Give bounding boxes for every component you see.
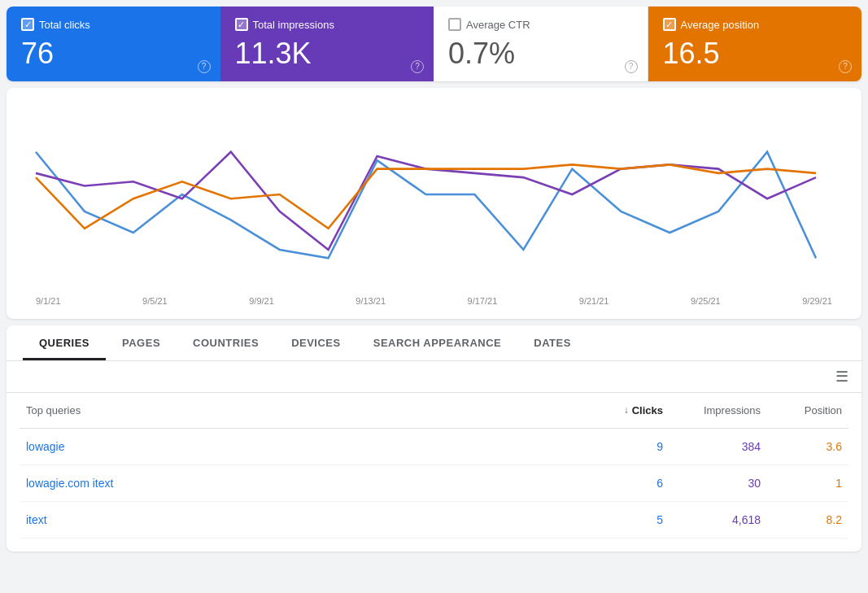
x-label-5: 9/21/21 (579, 296, 609, 306)
row-query-1[interactable]: lowagie.com itext (26, 477, 565, 490)
header-query: Top queries (26, 404, 565, 416)
impressions-label: Total impressions (253, 19, 334, 31)
clicks-label: Total clicks (39, 19, 90, 31)
purple-line (36, 151, 816, 249)
impressions-value: 11.3K (235, 37, 420, 70)
position-checkbox[interactable] (663, 18, 676, 31)
filter-bar: ☰ (7, 361, 861, 393)
header-clicks[interactable]: ↓ Clicks (565, 404, 663, 416)
header-position[interactable]: Position (761, 404, 842, 416)
clicks-checkbox[interactable] (21, 18, 34, 31)
row-position-0: 3.6 (761, 440, 842, 453)
x-label-3: 9/13/21 (355, 296, 386, 306)
x-label-1: 9/5/21 (142, 296, 168, 306)
position-help-icon[interactable]: ? (839, 60, 852, 73)
metric-average-position[interactable]: Average position 16.5 ? (648, 7, 862, 81)
ctr-checkbox[interactable] (448, 18, 461, 31)
position-label: Average position (681, 19, 760, 31)
sort-arrow-icon: ↓ (624, 404, 629, 416)
metrics-bar: Total clicks 76 ? Total impressions 11.3… (7, 7, 861, 81)
x-label-0: 9/1/21 (36, 296, 61, 306)
header-impressions[interactable]: Impressions (663, 404, 761, 416)
table-row: lowagie.com itext 6 30 1 (20, 465, 848, 502)
ctr-value: 0.7% (448, 37, 633, 70)
clicks-help-icon[interactable]: ? (198, 60, 211, 73)
x-label-7: 9/29/21 (802, 296, 832, 306)
metric-total-impressions[interactable]: Total impressions 11.3K ? (220, 7, 434, 81)
tab-queries[interactable]: QUERIES (23, 325, 106, 360)
metric-clicks-label-row: Total clicks (21, 18, 206, 31)
row-impressions-1: 30 (663, 477, 761, 490)
main-container: Total clicks 76 ? Total impressions 11.3… (0, 0, 868, 558)
row-impressions-2: 4,618 (663, 513, 761, 526)
row-clicks-1: 6 (565, 477, 663, 490)
tab-devices[interactable]: DEVICES (275, 325, 357, 360)
impressions-help-icon[interactable]: ? (411, 60, 424, 73)
tabs-container: QUERIES PAGES COUNTRIES DEVICES SEARCH A… (7, 325, 861, 552)
row-query-2[interactable]: itext (26, 513, 565, 526)
metric-ctr-label-row: Average CTR (448, 18, 633, 31)
row-clicks-0: 9 (565, 440, 663, 453)
clicks-value: 76 (21, 37, 206, 70)
row-query-0[interactable]: lowagie (26, 440, 565, 453)
x-label-6: 9/25/21 (691, 296, 721, 306)
tab-pages[interactable]: PAGES (106, 325, 177, 360)
tab-countries[interactable]: COUNTRIES (177, 325, 275, 360)
tab-search-appearance[interactable]: SEARCH APPEARANCE (357, 325, 518, 360)
table-container: Top queries ↓ Clicks Impressions Positio… (7, 393, 861, 552)
metric-position-label-row: Average position (663, 18, 848, 31)
tab-dates[interactable]: DATES (517, 325, 587, 360)
x-label-2: 9/9/21 (249, 296, 274, 306)
position-value: 16.5 (663, 37, 848, 70)
tabs-row: QUERIES PAGES COUNTRIES DEVICES SEARCH A… (7, 325, 861, 361)
x-label-4: 9/17/21 (468, 296, 498, 306)
row-impressions-0: 384 (663, 440, 761, 453)
line-chart (20, 101, 848, 288)
impressions-checkbox[interactable] (235, 18, 248, 31)
metric-impressions-label-row: Total impressions (235, 18, 420, 31)
metric-average-ctr[interactable]: Average CTR 0.7% ? (434, 7, 648, 81)
chart-container: 9/1/21 9/5/21 9/9/21 9/13/21 9/17/21 9/2… (7, 88, 861, 319)
row-position-2: 8.2 (761, 513, 842, 526)
metric-total-clicks[interactable]: Total clicks 76 ? (7, 7, 220, 81)
ctr-help-icon[interactable]: ? (625, 60, 638, 73)
row-clicks-2: 5 (565, 513, 663, 526)
ctr-label: Average CTR (466, 19, 530, 31)
x-axis-labels: 9/1/21 9/5/21 9/9/21 9/13/21 9/17/21 9/2… (20, 291, 848, 306)
filter-icon[interactable]: ☰ (835, 368, 848, 386)
table-header: Top queries ↓ Clicks Impressions Positio… (20, 393, 848, 429)
table-row: lowagie 9 384 3.6 (20, 429, 848, 465)
table-row: itext 5 4,618 8.2 (20, 502, 848, 538)
row-position-1: 1 (761, 477, 842, 490)
